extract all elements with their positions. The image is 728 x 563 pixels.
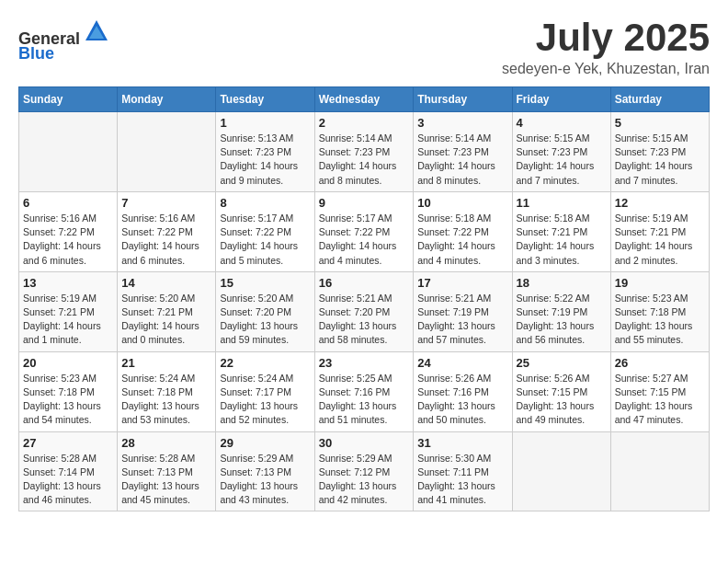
day-number: 30 [319,436,410,450]
day-number: 22 [220,356,310,370]
calendar-cell: 30Sunrise: 5:29 AM Sunset: 7:12 PM Dayli… [314,431,414,511]
day-number: 16 [319,276,410,290]
day-info: Sunrise: 5:16 AM Sunset: 7:22 PM Dayligh… [121,212,211,268]
day-info: Sunrise: 5:15 AM Sunset: 7:23 PM Dayligh… [517,132,607,188]
day-info: Sunrise: 5:24 AM Sunset: 7:17 PM Dayligh… [220,372,310,428]
day-number: 14 [121,276,211,290]
day-info: Sunrise: 5:26 AM Sunset: 7:15 PM Dayligh… [517,372,607,428]
day-number: 19 [615,276,705,290]
logo-icon [84,18,109,44]
calendar-cell: 26Sunrise: 5:27 AM Sunset: 7:15 PM Dayli… [610,351,709,431]
day-number: 29 [220,436,310,450]
day-number: 27 [23,436,113,450]
calendar-week-2: 6Sunrise: 5:16 AM Sunset: 7:22 PM Daylig… [19,191,710,271]
header-cell-sunday: Sunday [19,87,118,112]
calendar-cell: 12Sunrise: 5:19 AM Sunset: 7:21 PM Dayli… [610,191,709,271]
day-number: 1 [220,116,310,130]
calendar-cell: 27Sunrise: 5:28 AM Sunset: 7:14 PM Dayli… [19,431,118,511]
day-number: 24 [417,356,507,370]
calendar-cell: 16Sunrise: 5:21 AM Sunset: 7:20 PM Dayli… [314,271,414,351]
day-info: Sunrise: 5:14 AM Sunset: 7:23 PM Dayligh… [319,132,410,188]
calendar-body: 1Sunrise: 5:13 AM Sunset: 7:23 PM Daylig… [19,112,710,511]
calendar-cell: 5Sunrise: 5:15 AM Sunset: 7:23 PM Daylig… [610,112,709,192]
day-info: Sunrise: 5:23 AM Sunset: 7:18 PM Dayligh… [23,372,113,428]
day-info: Sunrise: 5:18 AM Sunset: 7:22 PM Dayligh… [417,212,507,268]
calendar-cell: 2Sunrise: 5:14 AM Sunset: 7:23 PM Daylig… [314,112,414,192]
page-header: General Blue July 2025 sedeyen-e Yek, Kh… [18,18,710,77]
calendar-cell [118,112,216,192]
day-number: 2 [319,116,410,130]
header-cell-tuesday: Tuesday [216,87,314,112]
day-info: Sunrise: 5:19 AM Sunset: 7:21 PM Dayligh… [615,212,705,268]
header-cell-saturday: Saturday [610,87,709,112]
calendar-cell [512,431,610,511]
calendar-week-4: 20Sunrise: 5:23 AM Sunset: 7:18 PM Dayli… [19,351,710,431]
header-row: SundayMondayTuesdayWednesdayThursdayFrid… [19,87,710,112]
day-info: Sunrise: 5:16 AM Sunset: 7:22 PM Dayligh… [23,212,113,268]
title-section: July 2025 sedeyen-e Yek, Khuzestan, Iran [502,18,710,77]
day-info: Sunrise: 5:18 AM Sunset: 7:21 PM Dayligh… [517,212,607,268]
calendar-cell: 9Sunrise: 5:17 AM Sunset: 7:22 PM Daylig… [314,191,414,271]
calendar-cell: 22Sunrise: 5:24 AM Sunset: 7:17 PM Dayli… [216,351,314,431]
page-subtitle: sedeyen-e Yek, Khuzestan, Iran [502,61,710,77]
day-info: Sunrise: 5:24 AM Sunset: 7:18 PM Dayligh… [121,372,211,428]
page-title: July 2025 [502,18,710,57]
day-info: Sunrise: 5:17 AM Sunset: 7:22 PM Dayligh… [220,212,310,268]
header-cell-monday: Monday [118,87,216,112]
day-info: Sunrise: 5:19 AM Sunset: 7:21 PM Dayligh… [23,292,113,348]
day-info: Sunrise: 5:17 AM Sunset: 7:22 PM Dayligh… [319,212,410,268]
calendar-cell: 19Sunrise: 5:23 AM Sunset: 7:18 PM Dayli… [610,271,709,351]
calendar-week-5: 27Sunrise: 5:28 AM Sunset: 7:14 PM Dayli… [19,431,710,511]
logo: General Blue [18,18,109,63]
day-number: 5 [615,116,705,130]
day-info: Sunrise: 5:13 AM Sunset: 7:23 PM Dayligh… [220,132,310,188]
day-number: 15 [220,276,310,290]
day-info: Sunrise: 5:21 AM Sunset: 7:19 PM Dayligh… [417,292,507,348]
calendar-cell: 20Sunrise: 5:23 AM Sunset: 7:18 PM Dayli… [19,351,118,431]
day-number: 26 [615,356,705,370]
calendar-cell [19,112,118,192]
calendar-cell: 7Sunrise: 5:16 AM Sunset: 7:22 PM Daylig… [118,191,216,271]
calendar-cell: 25Sunrise: 5:26 AM Sunset: 7:15 PM Dayli… [512,351,610,431]
header-cell-thursday: Thursday [414,87,512,112]
calendar-week-1: 1Sunrise: 5:13 AM Sunset: 7:23 PM Daylig… [19,112,710,192]
day-info: Sunrise: 5:14 AM Sunset: 7:23 PM Dayligh… [417,132,507,188]
calendar-week-3: 13Sunrise: 5:19 AM Sunset: 7:21 PM Dayli… [19,271,710,351]
calendar-cell: 17Sunrise: 5:21 AM Sunset: 7:19 PM Dayli… [414,271,512,351]
day-number: 18 [517,276,607,290]
day-number: 17 [417,276,507,290]
header-cell-friday: Friday [512,87,610,112]
day-number: 21 [121,356,211,370]
day-info: Sunrise: 5:21 AM Sunset: 7:20 PM Dayligh… [319,292,410,348]
calendar-cell: 10Sunrise: 5:18 AM Sunset: 7:22 PM Dayli… [414,191,512,271]
day-number: 12 [615,196,705,210]
day-info: Sunrise: 5:26 AM Sunset: 7:16 PM Dayligh… [417,372,507,428]
day-info: Sunrise: 5:28 AM Sunset: 7:14 PM Dayligh… [23,452,113,508]
calendar-cell: 3Sunrise: 5:14 AM Sunset: 7:23 PM Daylig… [414,112,512,192]
day-info: Sunrise: 5:29 AM Sunset: 7:12 PM Dayligh… [319,452,410,508]
day-info: Sunrise: 5:25 AM Sunset: 7:16 PM Dayligh… [319,372,410,428]
calendar-cell: 8Sunrise: 5:17 AM Sunset: 7:22 PM Daylig… [216,191,314,271]
day-number: 3 [417,116,507,130]
calendar-cell: 14Sunrise: 5:20 AM Sunset: 7:21 PM Dayli… [118,271,216,351]
day-number: 6 [23,196,113,210]
day-info: Sunrise: 5:30 AM Sunset: 7:11 PM Dayligh… [417,452,507,508]
day-number: 31 [417,436,507,450]
calendar-cell [610,431,709,511]
logo-blue: Blue [18,44,54,63]
calendar-cell: 21Sunrise: 5:24 AM Sunset: 7:18 PM Dayli… [118,351,216,431]
day-info: Sunrise: 5:15 AM Sunset: 7:23 PM Dayligh… [615,132,705,188]
day-info: Sunrise: 5:20 AM Sunset: 7:21 PM Dayligh… [121,292,211,348]
calendar-cell: 31Sunrise: 5:30 AM Sunset: 7:11 PM Dayli… [414,431,512,511]
day-number: 28 [121,436,211,450]
day-number: 11 [517,196,607,210]
day-info: Sunrise: 5:20 AM Sunset: 7:20 PM Dayligh… [220,292,310,348]
day-number: 9 [319,196,410,210]
calendar-cell: 1Sunrise: 5:13 AM Sunset: 7:23 PM Daylig… [216,112,314,192]
day-number: 25 [517,356,607,370]
day-info: Sunrise: 5:27 AM Sunset: 7:15 PM Dayligh… [615,372,705,428]
calendar-cell: 18Sunrise: 5:22 AM Sunset: 7:19 PM Dayli… [512,271,610,351]
calendar-cell: 23Sunrise: 5:25 AM Sunset: 7:16 PM Dayli… [314,351,414,431]
day-info: Sunrise: 5:28 AM Sunset: 7:13 PM Dayligh… [121,452,211,508]
day-number: 20 [23,356,113,370]
